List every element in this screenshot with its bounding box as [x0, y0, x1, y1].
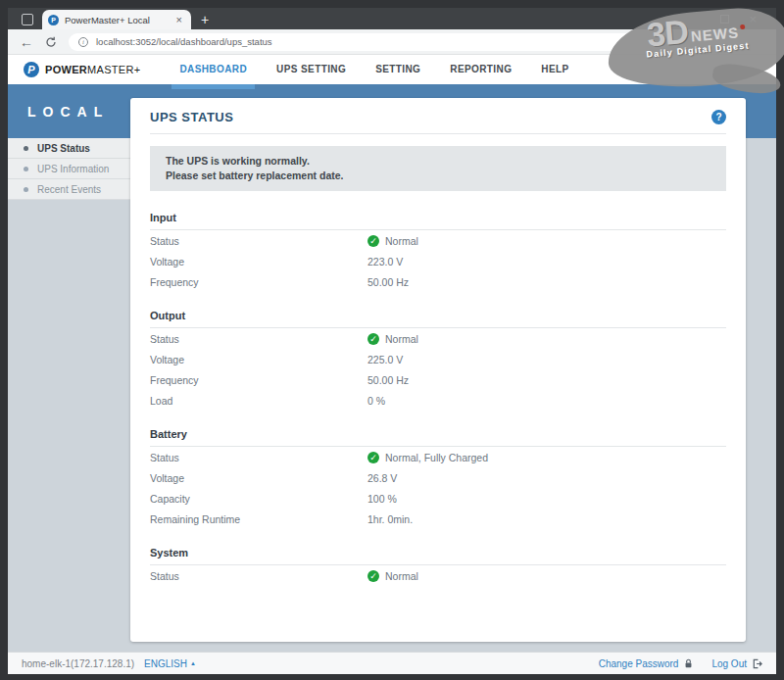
section-system: SystemStatus✓Normal — [150, 542, 726, 586]
nav-item-help[interactable]: HELP — [541, 55, 568, 84]
tab-close-icon[interactable]: × — [173, 14, 185, 25]
sidebar-item-label: UPS Information — [37, 164, 109, 174]
row-label: Frequency — [150, 276, 368, 288]
status-row: Status✓Normal, Fully Charged — [150, 447, 726, 467]
brand-logo: P POWERMASTER+ — [24, 62, 140, 77]
section-input: InputStatus✓NormalVoltage223.0 VFrequenc… — [150, 207, 726, 292]
row-value-text: 1hr. 0min. — [368, 513, 413, 525]
address-bar[interactable]: i localhost:3052/local/dashboard/ups_sta… — [69, 33, 762, 51]
row-value: 225.0 V — [368, 354, 403, 365]
brand-text: POWERMASTER+ — [45, 64, 140, 75]
row-value-text: 100 % — [368, 493, 397, 505]
sidebar-item-ups-information[interactable]: UPS Information — [8, 159, 130, 179]
section-title: System — [150, 542, 726, 565]
row-value-text: 50.00 Hz — [368, 374, 409, 386]
new-tab-button[interactable]: + — [201, 13, 209, 26]
row-value: 50.00 Hz — [368, 276, 409, 288]
row-value-text: 225.0 V — [368, 354, 403, 365]
row-value-text: Normal — [385, 333, 418, 345]
sidebar-menu: UPS StatusUPS InformationRecent Events — [8, 138, 130, 200]
status-row: Voltage26.8 V — [150, 467, 726, 488]
status-row: Status✓Normal — [150, 328, 726, 349]
sidebar-item-label: Recent Events — [37, 184, 101, 195]
row-value: 50.00 Hz — [368, 374, 409, 386]
row-value-text: 50.00 Hz — [368, 276, 409, 288]
row-label: Status — [150, 235, 368, 247]
status-row: Load0 % — [150, 390, 726, 411]
site-info-icon[interactable]: i — [78, 37, 88, 47]
status-row: Frequency50.00 Hz — [150, 271, 726, 292]
lock-icon — [683, 658, 694, 669]
language-label: ENGLISH — [144, 658, 187, 669]
row-value-text: Normal — [385, 235, 418, 247]
log-out-label: Log Out — [711, 658, 747, 669]
sidebar-item-ups-status[interactable]: UPS Status — [8, 138, 130, 159]
row-value-text: 0 % — [368, 395, 385, 407]
page-background: LOCAL UPS StatusUPS InformationRecent Ev… — [8, 84, 776, 652]
browser-window: P PowerMaster+ Local × + × ← i localhost… — [0, 0, 784, 680]
help-icon[interactable]: ? — [711, 110, 726, 124]
status-sections: InputStatus✓NormalVoltage223.0 VFrequenc… — [150, 207, 726, 586]
row-value: ✓Normal — [368, 570, 418, 582]
row-value: 223.0 V — [368, 256, 403, 267]
nav-item-ups-setting[interactable]: UPS SETTING — [276, 55, 346, 84]
nav-item-reporting[interactable]: REPORTING — [450, 55, 512, 84]
row-value: 26.8 V — [368, 472, 397, 484]
row-label: Frequency — [150, 374, 368, 386]
card-header: UPS STATUS ? — [150, 110, 726, 134]
caret-up-icon: ▲ — [190, 660, 196, 666]
row-value: 0 % — [368, 395, 385, 407]
section-title: Battery — [150, 423, 726, 447]
change-password-link[interactable]: Change Password — [599, 658, 695, 669]
section-battery: BatteryStatus✓Normal, Fully ChargedVolta… — [150, 423, 726, 529]
app-navbar: P POWERMASTER+ DASHBOARDUPS SETTINGSETTI… — [8, 55, 776, 84]
refresh-icon[interactable] — [45, 36, 57, 48]
row-value-text: Normal, Fully Charged — [385, 452, 488, 463]
log-out-icon — [752, 658, 762, 669]
notice-line: Please set battery replacement date. — [166, 169, 710, 183]
brand-text-bold: POWER — [45, 64, 87, 75]
bullet-icon — [24, 187, 28, 192]
row-value: 100 % — [368, 493, 397, 505]
row-label: Status — [150, 570, 368, 582]
back-icon[interactable]: ← — [20, 34, 33, 50]
tab-actions-icon[interactable] — [22, 14, 33, 25]
brand-text-rest: MASTER+ — [87, 64, 140, 75]
browser-urlbar: ← i localhost:3052/local/dashboard/ups_s… — [8, 29, 776, 55]
status-row: Frequency50.00 Hz — [150, 369, 726, 390]
app-footer: home-elk-1(172.17.128.1) ENGLISH ▲ Chang… — [8, 652, 776, 674]
sidebar-item-label: UPS Status — [37, 143, 90, 154]
status-row: Status✓Normal — [150, 230, 726, 251]
row-label: Voltage — [150, 354, 368, 365]
footer-left: home-elk-1(172.17.128.1) ENGLISH ▲ — [22, 658, 196, 669]
row-label: Status — [150, 333, 368, 345]
row-label: Remaining Runtime — [150, 513, 368, 525]
section-output: OutputStatus✓NormalVoltage225.0 VFrequen… — [150, 305, 726, 411]
row-value: ✓Normal — [368, 333, 418, 345]
change-password-label: Change Password — [599, 658, 679, 669]
window-close-icon[interactable]: × — [749, 13, 757, 25]
status-row: Status✓Normal — [150, 565, 726, 586]
nav-menu: DASHBOARDUPS SETTINGSETTINGREPORTINGHELP — [179, 55, 568, 84]
status-ok-icon: ✓ — [368, 570, 379, 582]
row-label: Capacity — [150, 493, 368, 505]
brand-p-icon: P — [24, 62, 39, 77]
language-select[interactable]: ENGLISH ▲ — [144, 658, 196, 669]
row-label: Status — [150, 452, 368, 463]
tab-favicon-icon: P — [48, 15, 59, 25]
status-ok-icon: ✓ — [368, 235, 379, 247]
log-out-link[interactable]: Log Out — [711, 658, 762, 669]
row-value-text: 26.8 V — [368, 472, 397, 484]
browser-tab[interactable]: P PowerMaster+ Local × — [42, 10, 191, 29]
maximize-icon[interactable] — [720, 15, 729, 24]
browser-titlebar: P PowerMaster+ Local × + × — [8, 8, 776, 29]
nav-item-dashboard[interactable]: DASHBOARD — [179, 55, 247, 84]
status-ok-icon: ✓ — [368, 452, 379, 463]
nav-item-setting[interactable]: SETTING — [375, 55, 420, 84]
row-label: Voltage — [150, 472, 368, 484]
status-row: Voltage223.0 V — [150, 251, 726, 271]
status-row: Voltage225.0 V — [150, 349, 726, 369]
ups-status-card: UPS STATUS ? The UPS is working normally… — [130, 98, 746, 642]
sidebar-item-recent-events[interactable]: Recent Events — [8, 179, 130, 200]
footer-right: Change Password Log Out — [599, 658, 762, 669]
